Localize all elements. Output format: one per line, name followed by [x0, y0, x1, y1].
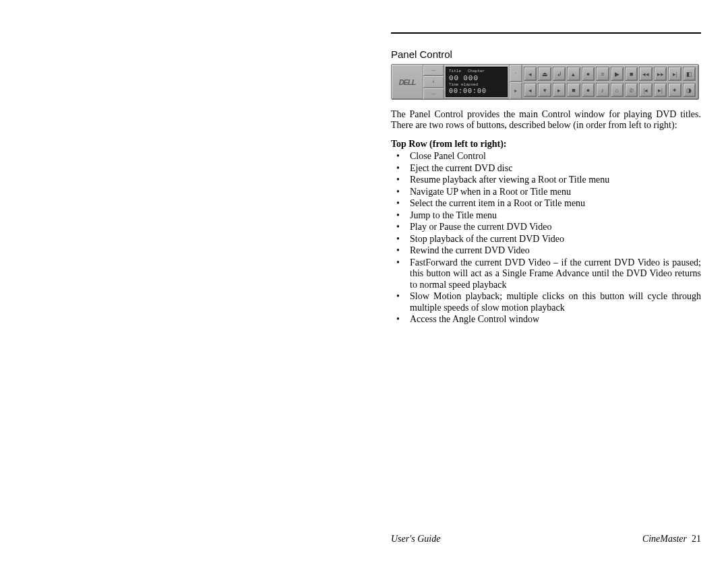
bottom-button-4: ■ — [567, 83, 580, 97]
footer-right: CineMaster 21 — [642, 534, 701, 544]
list-item: Slow Motion playback; multiple clicks on… — [391, 291, 701, 313]
lcd-chapter-label: Chapter — [468, 69, 485, 73]
footer-left: User's Guide — [391, 534, 440, 544]
eject-icon: ⏏ — [538, 67, 551, 81]
up-icon: ▴ — [567, 67, 580, 81]
bottom-button-11: ✦ — [668, 83, 681, 97]
bottom-button-1: ◂ — [524, 83, 537, 97]
list-item: Navigate UP when in a Root or Title menu — [391, 187, 701, 198]
info-icon: i — [423, 76, 444, 88]
dvd-panel-control: DELL — i — Title Chapter 00 000 Time ela… — [391, 64, 699, 100]
bottom-button-9: |◂ — [639, 83, 652, 97]
list-item: FastForward the current DVD Video – if t… — [391, 257, 701, 291]
section-title: Panel Control — [391, 49, 701, 60]
bottom-button-2: ▾ — [538, 83, 551, 97]
list-item: Resume playback after viewing a Root or … — [391, 175, 701, 186]
bottom-button-12: ◑ — [683, 83, 696, 97]
dell-logo: DELL — [392, 65, 423, 99]
side-button-bottom: — — [423, 88, 444, 99]
lcd-title-digits: 00 — [449, 74, 459, 82]
panel-mini-column: · ▸ — [509, 65, 522, 99]
panel-side-buttons: — i — — [423, 65, 444, 99]
angle-icon: ◧ — [683, 67, 696, 81]
lcd-elapsed-digits: 00:00:00 — [449, 88, 504, 95]
top-row-list: Close Panel Control Eject the current DV… — [391, 151, 701, 325]
page-number: 21 — [692, 534, 701, 544]
bottom-button-6: ♪ — [596, 83, 609, 97]
title-menu-icon: ≡ — [596, 67, 609, 81]
bottom-button-5: ● — [582, 83, 595, 97]
bottom-button-7: ⌂ — [611, 83, 624, 97]
side-button-top: — — [423, 65, 444, 76]
lcd-title-label: Title — [449, 69, 461, 73]
page-content: Panel Control DELL — i — Title Chapter 0… — [391, 32, 701, 326]
list-item: Select the current item in a Root or Tit… — [391, 198, 701, 210]
bottom-button-10: ▸| — [654, 83, 667, 97]
list-item: Close Panel Control — [391, 151, 701, 162]
list-item: Access the Angle Control window — [391, 314, 701, 325]
top-rule — [391, 32, 701, 34]
close-icon: ◂ — [524, 67, 537, 81]
rewind-icon: ◂◂ — [639, 67, 652, 81]
footer-doc-name: CineMaster — [642, 534, 687, 544]
list-item: Rewind the current DVD Video — [391, 245, 701, 257]
intro-paragraph: The Panel Control provides the main Cont… — [391, 109, 701, 131]
list-item: Stop playback of the current DVD Video — [391, 234, 701, 245]
play-icon: ▸ — [510, 82, 522, 99]
select-icon: ● — [582, 67, 595, 81]
panel-lcd: Title Chapter 00 000 Time elapsed 00:00:… — [446, 67, 508, 97]
bottom-button-8: ⎚ — [625, 83, 638, 97]
list-item: Play or Pause the current DVD Video — [391, 222, 701, 233]
play-pause-icon: ▶ — [611, 67, 624, 81]
lcd-chapter-digits: 000 — [463, 74, 479, 82]
page-footer: User's Guide CineMaster 21 — [391, 534, 701, 544]
panel-button-grid: ◂ ⏏ ↲ ▴ ● ≡ ▶ ■ ◂◂ ▸▸ ▸| ◧ ◂ ▾ ▸ ■ ● ♪ ⌂ — [522, 65, 698, 99]
top-row-heading: Top Row (from left to right): — [391, 139, 701, 150]
stop-icon: ■ — [625, 67, 638, 81]
slow-motion-icon: ▸| — [668, 67, 681, 81]
list-item: Eject the current DVD disc — [391, 163, 701, 175]
lcd-elapsed-label: Time elapsed — [449, 82, 504, 87]
resume-icon: ↲ — [553, 67, 566, 81]
mini-button-top: · — [510, 65, 522, 82]
list-item: Jump to the Title menu — [391, 210, 701, 222]
bottom-button-3: ▸ — [553, 83, 566, 97]
fast-forward-icon: ▸▸ — [654, 67, 667, 81]
